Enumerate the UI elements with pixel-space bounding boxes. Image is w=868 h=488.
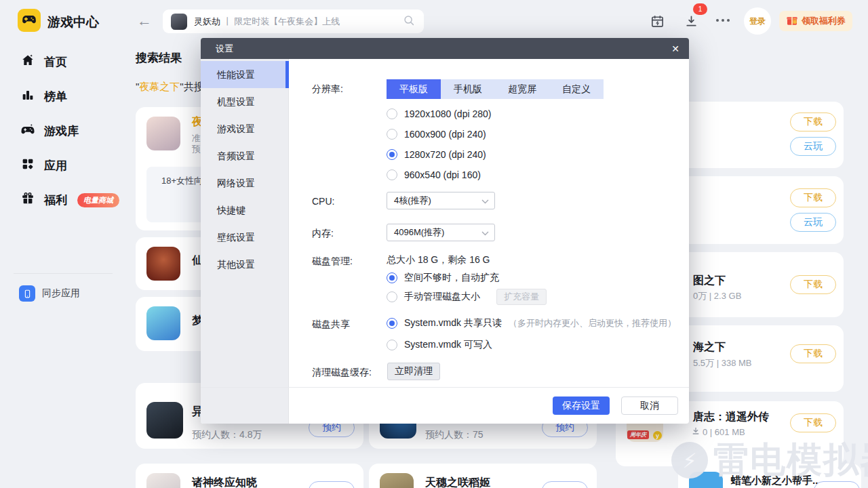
radio-icon[interactable] — [387, 291, 397, 302]
app-title: 游戏中心 — [47, 14, 99, 31]
clean-now-button[interactable]: 立即清理 — [387, 363, 440, 380]
radio-icon-selected[interactable] — [387, 149, 397, 160]
settings-dialog: 设置 ✕ 性能设置 机型设置 游戏设置 音频设置 网络设置 快捷键 壁纸设置 其… — [201, 38, 689, 424]
disk-summary: 总大小 18 G，剩余 16 G — [387, 252, 490, 268]
sidebar-item-label: 游戏库 — [44, 123, 79, 139]
game-title-fragment: 图之下 — [693, 274, 726, 288]
download-button[interactable]: 下载 — [790, 275, 836, 294]
cloud-play-button[interactable]: 云玩 — [790, 137, 836, 156]
radio-manual-disk[interactable]: 手动管理磁盘大小 扩充容量 — [387, 289, 547, 305]
app-logo[interactable] — [18, 9, 41, 32]
save-settings-button[interactable]: 保存设置 — [553, 396, 610, 415]
game-icon — [146, 473, 180, 488]
cloud-play-button[interactable]: 云玩 — [790, 213, 836, 232]
page-title: 搜索结果 — [136, 50, 182, 66]
menu-item-performance[interactable]: 性能设置 — [201, 61, 288, 88]
menu-item-network[interactable]: 网络设置 — [201, 169, 288, 197]
cancel-button[interactable]: 取消 — [621, 396, 678, 415]
reserve-button-partial[interactable] — [542, 481, 588, 488]
search-input[interactable]: 灵妖劫 丨 限定时装【午夜集会】上线 — [163, 9, 424, 33]
menu-item-wallpaper[interactable]: 壁纸设置 — [201, 224, 288, 251]
game-title: 天穗之咲稻姬 — [425, 476, 490, 488]
reservation-count: 预约人数：75 — [425, 429, 484, 441]
disk-share-label: 磁盘共享 — [312, 319, 350, 331]
welfare-badge: 电量商城 — [77, 193, 119, 207]
cpu-label: CPU: — [312, 196, 334, 207]
anniversary-badge: 周年庆 — [627, 430, 649, 439]
sidebar-item-game-library[interactable]: 游戏库 — [20, 122, 79, 140]
sync-apps-button[interactable]: 同步应用 — [19, 285, 80, 302]
close-icon[interactable]: ✕ — [671, 43, 679, 54]
tab-ultrawide[interactable]: 超宽屏 — [495, 79, 549, 99]
sidebar-item-apps[interactable]: 应用 — [20, 157, 67, 175]
tab-phone[interactable]: 手机版 — [441, 79, 495, 99]
radio-1600x900[interactable]: 1600x900 (dpi 240) — [387, 126, 486, 142]
sidebar-item-label: 应用 — [44, 158, 67, 174]
resolution-label: 分辨率: — [312, 83, 343, 96]
apps-grid-icon — [20, 157, 35, 175]
radio-icon[interactable] — [387, 340, 397, 350]
lightning-logo-icon: ⚡ — [671, 442, 708, 479]
sidebar-item-label: 福利 — [44, 192, 67, 208]
radio-icon-selected[interactable] — [387, 318, 397, 329]
cache-label: 清理磁盘缓存: — [312, 367, 372, 379]
radio-icon[interactable] — [387, 169, 397, 180]
radio-960x540[interactable]: 960x540 (dpi 160) — [387, 167, 481, 183]
watermark-text: 雷电模拟器 — [713, 436, 868, 484]
app-window: 游戏中心 ← 灵妖劫 丨 限定时装【午夜集会】上线 1 登录 领取福利券 首页 … — [0, 0, 868, 488]
game-card[interactable]: 天穗之咲稻姬 — [369, 464, 597, 488]
download-count-badge: 1 — [693, 3, 707, 15]
game-title: 诸神终应知晓 — [192, 476, 257, 488]
menu-item-hotkeys[interactable]: 快捷键 — [201, 197, 288, 224]
download-manager-icon[interactable] — [684, 14, 699, 32]
y-logo-icon: y — [653, 431, 662, 440]
sidebar-item-label: 榜单 — [44, 89, 67, 104]
login-button[interactable]: 登录 — [744, 7, 771, 35]
tab-tablet[interactable]: 平板版 — [387, 79, 441, 99]
download-button[interactable]: 下载 — [790, 413, 836, 432]
game-icon — [146, 247, 180, 281]
dialog-titlebar: 设置 ✕ — [201, 38, 689, 59]
game-card[interactable]: 诸神终应知晓 — [136, 464, 363, 488]
game-icon — [146, 306, 180, 340]
sidebar-item-home[interactable]: 首页 — [20, 53, 67, 71]
game-title-fragment: 海之下 — [693, 340, 726, 354]
settings-menu: 性能设置 机型设置 游戏设置 音频设置 网络设置 快捷键 壁纸设置 其他设置 — [201, 59, 289, 424]
download-button[interactable]: 下载 — [790, 188, 836, 207]
reserve-button-partial[interactable] — [309, 481, 355, 488]
memory-select[interactable]: 4096M(推荐) — [387, 224, 495, 241]
sidebar-item-label: 首页 — [44, 54, 67, 70]
radio-icon-selected[interactable] — [387, 272, 397, 283]
sidebar-item-welfare[interactable]: 福利 电量商城 — [20, 191, 119, 209]
menu-item-other[interactable]: 其他设置 — [201, 251, 288, 278]
back-button[interactable]: ← — [137, 12, 152, 30]
cpu-select[interactable]: 4核(推荐) — [387, 192, 495, 209]
tab-custom[interactable]: 自定义 — [549, 79, 604, 99]
download-button[interactable]: 下载 — [790, 344, 836, 363]
radio-vmdk-readonly[interactable]: System.vmdk 共享只读 （多开时内存更小、启动更快，推荐使用） — [387, 315, 676, 331]
expand-capacity-button[interactable]: 扩充容量 — [496, 289, 547, 305]
calendar-icon[interactable] — [650, 14, 665, 32]
radio-vmdk-writable[interactable]: System.vmdk 可写入 — [387, 337, 492, 353]
radio-868x488[interactable]: 868x488 (dpi 240) — [387, 146, 486, 163]
reservation-count: 预约人数：4.8万 — [192, 429, 262, 441]
sync-apps-label: 同步应用 — [42, 287, 80, 300]
coupon-button[interactable]: 领取福利券 — [779, 11, 852, 31]
memory-label: 内存: — [312, 228, 334, 240]
vmdk-readonly-note: （多开时内存更小、启动更快，推荐使用） — [509, 317, 676, 329]
more-menu-icon[interactable] — [716, 19, 730, 22]
menu-item-audio[interactable]: 音频设置 — [201, 142, 288, 169]
menu-item-device[interactable]: 机型设置 — [201, 88, 288, 115]
radio-auto-expand[interactable]: 空间不够时，自动扩充 — [387, 270, 499, 286]
coupon-label: 领取福利券 — [802, 15, 846, 27]
bar-chart-icon — [20, 87, 35, 106]
menu-item-game[interactable]: 游戏设置 — [201, 115, 288, 142]
radio-icon[interactable] — [387, 129, 397, 140]
sidebar-item-rankings[interactable]: 榜单 — [20, 87, 67, 106]
radio-icon[interactable] — [387, 108, 397, 119]
download-button[interactable]: 下载 — [790, 113, 836, 131]
dialog-footer-divider — [201, 387, 689, 388]
sync-phone-icon — [19, 285, 35, 302]
gift-coupon-icon — [786, 14, 798, 28]
radio-1920x1080[interactable]: 1920x1080 (dpi 280) — [387, 106, 491, 122]
